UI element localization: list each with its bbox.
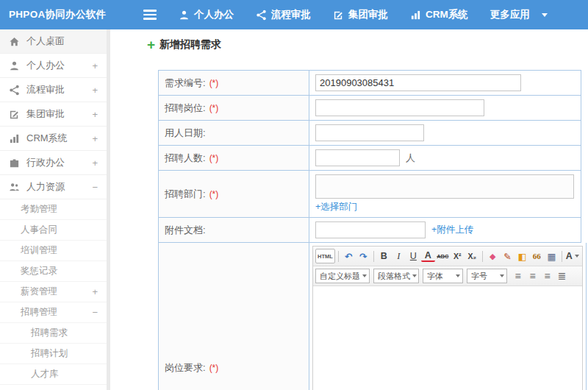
sidebar-item-label: 培训管理 (21, 244, 57, 257)
flow-icon (9, 85, 20, 96)
toolbar-separator (562, 251, 562, 262)
expand-icon: + (92, 85, 98, 96)
dept-textarea[interactable] (315, 174, 574, 199)
sidebar-item-recruit-demand[interactable]: 招聘需求 (0, 323, 107, 344)
required-mark: (*) (209, 153, 219, 163)
sidebar-item-recruit-mgmt[interactable]: 招聘管理 − (0, 302, 107, 323)
strikethrough-button[interactable]: ABC (436, 249, 450, 263)
italic-button[interactable]: I (392, 249, 406, 263)
eraser-button[interactable]: ◆ (486, 249, 500, 263)
date-input[interactable] (315, 124, 424, 141)
select-label: 段落格式 (378, 271, 410, 282)
text-color-button[interactable]: A (565, 249, 580, 263)
sidebar-item-label: 考勤管理 (21, 203, 57, 216)
format-painter-button[interactable]: ✎ (501, 249, 514, 263)
collapse-icon: − (92, 307, 98, 318)
toolbar-separator (338, 251, 339, 262)
bold-button[interactable]: B (377, 249, 391, 263)
sidebar-item-salary-mgmt[interactable]: 薪资管理 + (0, 282, 107, 302)
sidebar-item-human-resources[interactable]: 人力资源 − (0, 175, 107, 199)
collapse-icon: − (92, 182, 98, 193)
person-icon (9, 60, 20, 71)
align-right-icon[interactable]: ≡ (540, 269, 554, 283)
paragraph-select[interactable]: 段落格式 (373, 269, 419, 283)
sidebar-item-group-approval[interactable]: 集团审批 + (0, 102, 107, 127)
sidebar-item-hr-contract[interactable]: 人事合同 (0, 220, 107, 241)
briefcase-icon (9, 157, 20, 169)
sidebar-item-admin-office[interactable]: 行政办公 + (0, 151, 107, 175)
redo-button[interactable]: ↷ (356, 249, 370, 263)
subscript-button[interactable]: X₂ (465, 249, 479, 263)
chevron-down-icon (412, 274, 417, 277)
sidebar-item-attendance-mgmt[interactable]: 考勤管理 (0, 199, 107, 220)
heading-select[interactable]: 自定义标题 (315, 269, 370, 283)
text-color-glyph: A (566, 251, 573, 261)
edit-icon (333, 10, 344, 21)
nav-group-approval[interactable]: 集团审批 (333, 8, 388, 21)
position-input[interactable] (315, 99, 484, 116)
editor-content-area[interactable] (313, 286, 582, 390)
nav-crm-system[interactable]: CRM系统 (410, 8, 468, 21)
toolbar-separator (373, 251, 374, 262)
nav-more-apps[interactable]: 更多应用 (490, 8, 548, 21)
sidebar-item-training-mgmt[interactable]: 培训管理 (0, 241, 107, 261)
sidebar-item-recruit-plan[interactable]: 招聘计划 (0, 344, 107, 364)
nav-label: 更多应用 (490, 8, 530, 21)
superscript-button[interactable]: X² (451, 249, 465, 263)
expand-icon: + (92, 133, 98, 144)
select-label: 字号 (471, 271, 487, 282)
sidebar-item-label: 薪资管理 (21, 286, 57, 298)
undo-button[interactable]: ↶ (342, 249, 356, 263)
people-icon (9, 182, 20, 193)
sidebar-item-label: 招聘管理 (21, 306, 57, 319)
editor-toolbar-bottom: 自定义标题 段落格式 字体 (313, 266, 582, 286)
underline-button[interactable]: U (406, 249, 420, 263)
select-label: 自定义标题 (320, 271, 360, 282)
req-no-input[interactable] (315, 74, 521, 91)
blockquote-button[interactable]: 66 (530, 249, 544, 263)
sidebar-item-crm-system[interactable]: CRM系统 + (0, 127, 107, 151)
sidebar-item-label: 招聘计划 (31, 347, 68, 360)
nav-workflow-approval[interactable]: 流程审批 (256, 8, 311, 21)
nav-personal-office[interactable]: 个人办公 (179, 8, 234, 21)
sidebar-item-talent-pool[interactable]: 人才库 (0, 364, 107, 385)
form-row-date: 用人日期: (159, 121, 581, 146)
table-button[interactable]: ▦ (545, 249, 559, 263)
sidebar-item-reward-punishment[interactable]: 奖惩记录 (0, 261, 107, 282)
main-content: + 新增招聘需求 需求编号: (*) 招聘岗位: (*) (110, 29, 588, 390)
sidebar-item-label: 人事合同 (21, 224, 57, 236)
expand-icon: + (92, 109, 98, 120)
font-color-button[interactable]: A (421, 250, 435, 262)
sidebar-item-workflow-approval[interactable]: 流程审批 + (0, 78, 107, 102)
align-left-icon[interactable]: ≡ (511, 269, 525, 283)
align-center-icon[interactable]: ≡ (526, 269, 539, 283)
app-window: PHPOA协同办公软件 个人办公 流程审批 集团审批 CRM系统 更多应用 个人… (0, 0, 588, 390)
font-select[interactable]: 字体 (423, 269, 463, 283)
sidebar-item-label: 个人桌面 (26, 35, 65, 48)
select-dept-link[interactable]: +选择部门 (315, 201, 357, 213)
chevron-down-icon (500, 274, 504, 277)
count-input[interactable] (315, 149, 400, 166)
source-button[interactable]: HTML (315, 249, 335, 263)
sidebar-item-personal-office[interactable]: 个人办公 + (0, 54, 107, 78)
required-mark: (*) (209, 78, 219, 88)
field-label: 用人日期: (165, 127, 206, 140)
field-label: 岗位要求: (165, 361, 206, 375)
field-label: 需求编号: (165, 77, 206, 90)
sidebar-item-desktop[interactable]: 个人桌面 (0, 29, 107, 54)
align-justify-icon[interactable]: ≣ (555, 269, 569, 283)
highlight-button[interactable]: ◧ (515, 249, 529, 263)
expand-icon: + (92, 60, 98, 71)
field-label: 招聘岗位: (165, 102, 206, 115)
form-row-position: 招聘岗位: (*) (159, 96, 581, 121)
sidebar-item-label: 招聘需求 (31, 327, 68, 339)
bar-chart-icon (9, 133, 20, 144)
sidebar-item-label: 集团审批 (26, 107, 65, 121)
attachment-upload-link[interactable]: +附件上传 (431, 224, 473, 236)
app-logo: PHPOA协同办公软件 (0, 8, 107, 21)
attachment-input[interactable] (315, 221, 426, 238)
menu-toggle-icon[interactable] (143, 10, 157, 20)
size-select[interactable]: 字号 (467, 269, 507, 283)
plus-icon: + (147, 38, 155, 52)
rich-text-editor: HTML ↶ ↷ B I U A ABC X² X₂ (312, 246, 583, 390)
